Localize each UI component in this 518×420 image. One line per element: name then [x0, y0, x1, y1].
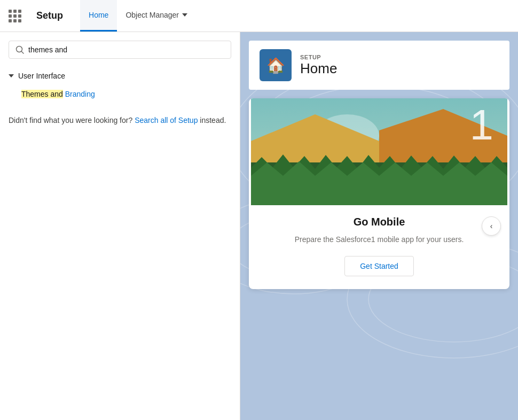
- sidebar: User Interface Themes and Branding Didn'…: [0, 32, 240, 420]
- search-box: [9, 41, 231, 59]
- setup-label-large: Home: [300, 60, 337, 77]
- search-icon: [15, 45, 24, 54]
- number-display: 1: [470, 104, 494, 146]
- home-icon: 🏠: [266, 57, 285, 74]
- search-input[interactable]: [28, 45, 224, 54]
- search-all-setup-link[interactable]: Search all of Setup: [135, 116, 198, 125]
- app-launcher-icon[interactable]: [9, 10, 21, 22]
- nav-tabs: Home Object Manager: [80, 0, 196, 32]
- section-header: User Interface: [9, 72, 231, 80]
- top-nav: Setup Home Object Manager: [0, 0, 518, 32]
- setup-label-small: SETUP: [300, 54, 337, 60]
- main-layout: User Interface Themes and Branding Didn'…: [0, 32, 518, 420]
- setup-label: Setup: [36, 10, 63, 21]
- not-found-suffix: instead.: [198, 116, 226, 125]
- svg-line-1: [21, 51, 23, 53]
- card-body: Go Mobile Prepare the Salesforce1 mobile…: [249, 205, 509, 289]
- card-description: Prepare the Salesforce1 mobile app for y…: [262, 234, 497, 245]
- themes-branding-item[interactable]: Themes and Branding: [9, 87, 231, 102]
- setup-home-labels: SETUP Home: [300, 54, 337, 77]
- get-started-button[interactable]: Get Started: [344, 256, 414, 276]
- card-illustration: 1: [249, 98, 509, 205]
- highlight-text: Themes and: [21, 90, 63, 98]
- go-mobile-section: 1 Go Mobile Prepare the Salesforce1 mobi…: [249, 98, 509, 289]
- content-area: 🏠 SETUP Home ‹: [240, 32, 518, 420]
- card-title: Go Mobile: [262, 216, 497, 228]
- collapse-section-icon[interactable]: [9, 74, 14, 77]
- chevron-down-icon: [182, 13, 187, 17]
- collapse-panel-button[interactable]: ‹: [482, 216, 501, 236]
- item-label-rest: Branding: [63, 90, 95, 98]
- tab-object-manager[interactable]: Object Manager: [117, 0, 196, 32]
- section-title: User Interface: [18, 72, 65, 80]
- go-mobile-card: 1 Go Mobile Prepare the Salesforce1 mobi…: [249, 98, 509, 289]
- collapse-panel-icon: ‹: [490, 222, 493, 230]
- not-found-text: Didn't find what you were looking for? S…: [9, 114, 231, 126]
- setup-home-card: 🏠 SETUP Home: [249, 41, 509, 90]
- tab-home[interactable]: Home: [80, 0, 117, 32]
- not-found-prefix: Didn't find what you were looking for?: [9, 116, 135, 125]
- setup-icon-box: 🏠: [260, 49, 292, 81]
